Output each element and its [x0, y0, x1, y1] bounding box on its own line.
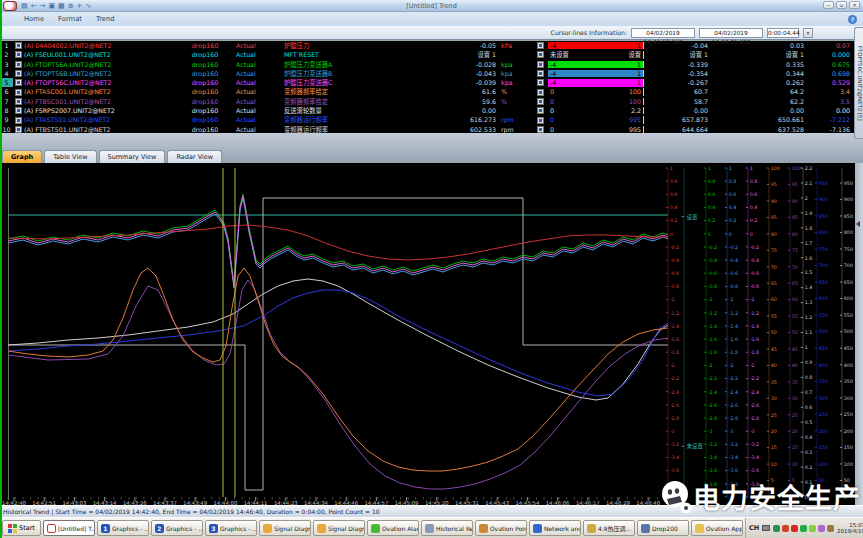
axis-tick-label-pressure-b: -0.6	[729, 271, 738, 276]
axis-tick-label-pressure-c: -0.4	[750, 258, 759, 263]
taskbar-item[interactable]: Signal Diagra...	[313, 520, 365, 536]
minimize-button[interactable]: –	[823, 1, 834, 9]
tray-icon[interactable]	[809, 525, 816, 532]
taskbar-item[interactable]: Historical Re...	[421, 520, 473, 536]
language-indicator[interactable]: CH	[749, 524, 759, 532]
axis-tick-label-freq-set-b: 20	[792, 429, 798, 434]
axis-tick-label-furnace-pressure: -1.4	[670, 324, 679, 329]
point-row[interactable]: 9(A) FTAST501.UNIT2@NET2drop160Actual变频器…	[0, 115, 863, 124]
help-icon[interactable]: ?	[848, 15, 857, 24]
scale-bar: 未设置设置	[548, 51, 644, 58]
taskbar-item[interactable]: 1Graphics - ...	[97, 520, 149, 536]
menu-trend[interactable]: Trend	[96, 15, 115, 23]
row-trend-checkbox[interactable]	[13, 69, 24, 78]
tab-summary-view[interactable]: Summary View	[99, 150, 166, 163]
cursor-close-button[interactable]: ×	[803, 28, 813, 38]
maximize-button[interactable]: ▫	[836, 1, 847, 9]
row-scale-checkbox[interactable]	[532, 41, 548, 50]
tray-icon[interactable]	[782, 525, 789, 532]
axis-tick-label-pressure-c: -0.6	[750, 271, 759, 276]
row-scale-checkbox[interactable]	[532, 60, 548, 69]
axis-tick-label-pressure-c: -0.8	[750, 284, 759, 289]
taskbar-item[interactable]: 2Graphics - ...	[151, 520, 203, 536]
axis-tick-label-freq-set-b: 25	[792, 413, 798, 418]
cursor2-time-field[interactable]: 04/02/2019 14:44:01.600	[699, 28, 763, 38]
series-freq-set-b	[8, 280, 668, 489]
axis-tick-label-furnace-pressure: -0.4	[670, 258, 679, 263]
mini-trend-icon	[537, 42, 544, 49]
taskbar-item[interactable]: [Untitled] T...	[43, 520, 95, 536]
taskbar-item[interactable]: Ovation Alar...	[367, 520, 419, 536]
tab-graph[interactable]: Graph	[2, 150, 42, 163]
row-trend-checkbox[interactable]	[13, 78, 24, 87]
row-scale-checkbox[interactable]	[532, 69, 548, 78]
cursor-diff-value: 0.698	[804, 69, 860, 78]
tray-icon[interactable]	[800, 525, 807, 532]
row-trend-checkbox[interactable]	[13, 97, 24, 106]
point-row[interactable]: 6(A) FTASC001.UNIT2@NET2drop160Actual变频器…	[0, 87, 863, 96]
taskbar-item[interactable]: Ovation App...	[691, 520, 743, 536]
scale-min: 0	[550, 107, 554, 114]
taskbar: Start [Untitled] T...1Graphics - ...2Gra…	[0, 517, 863, 538]
row-scale-checkbox[interactable]	[532, 78, 548, 87]
cursor-delta-field[interactable]: 0:00:04.44	[767, 28, 799, 38]
row-trend-checkbox[interactable]	[13, 106, 24, 115]
scale-max: 100	[629, 98, 641, 105]
axis-tick-label-freq-set-b: 60	[792, 297, 798, 302]
chart-right-splitter[interactable]	[855, 163, 863, 505]
point-row[interactable]: 3(A) FTOPT56A.UNIT2@NET2drop160Actual炉膛压…	[0, 60, 863, 69]
row-trend-checkbox[interactable]	[13, 41, 24, 50]
row-scale-checkbox[interactable]	[532, 87, 548, 96]
row-scale-checkbox[interactable]	[532, 50, 548, 59]
row-scale-checkbox[interactable]	[532, 97, 548, 106]
tab-table-view[interactable]: Table View	[44, 150, 96, 163]
menu-bar: Home Format Trend ?	[0, 12, 863, 26]
start-button[interactable]: Start	[2, 520, 41, 536]
taskbar-item[interactable]: 3Graphics - ...	[205, 520, 257, 536]
axis-tick-label-pressure-b: -2	[729, 363, 734, 368]
point-row[interactable]: 2(A) FSEUL001.UNIT2@NET2drop160ActualMFT…	[0, 50, 863, 59]
axis-tick-label-freq-set-b: 35	[792, 380, 798, 385]
menu-format[interactable]: Format	[58, 15, 82, 23]
row-trend-checkbox[interactable]	[13, 87, 24, 96]
taskbar-item[interactable]: Ovation Poin...	[475, 520, 527, 536]
tray-icon[interactable]	[827, 525, 834, 532]
point-row[interactable]: 8(A) FSRPS2007.UNIT2@NET2drop160Actual反送…	[0, 106, 863, 115]
scale-bar: -41	[548, 79, 644, 86]
axis-tick-label-counter: 1.2	[805, 315, 813, 320]
point-side-tab[interactable]: FTOPT56C.UNIT2@NET2 [5]	[854, 27, 863, 139]
axis-tick-label-pressure-a: -0.6	[708, 271, 717, 276]
scale-max: 2.2	[631, 107, 641, 114]
taskbar-item[interactable]: Network and...	[529, 520, 581, 536]
cursor1-time-field[interactable]: 04/02/2019 14:43:57.160	[631, 28, 695, 38]
point-mode: Actual	[236, 60, 284, 69]
axis-tick-label-pressure-c: -2.2	[750, 376, 759, 381]
row-trend-checkbox[interactable]	[13, 115, 24, 124]
row-scale-checkbox[interactable]	[532, 106, 548, 115]
axis-tick-label-pressure-c: -0.2	[750, 245, 759, 250]
row-trend-checkbox[interactable]	[13, 60, 24, 69]
axis-label-mft-reset-off: 未设置	[687, 442, 704, 450]
taskbar-item[interactable]: Signal Diagra...	[259, 520, 311, 536]
close-button[interactable]: ×	[849, 1, 860, 9]
cursor1-value: 0.00	[644, 106, 708, 115]
taskbar-item[interactable]: 4.9热压调...	[583, 520, 635, 536]
trend-chart[interactable]: 14:42:4014:42:5114:43:0314:43:1414:43:26…	[0, 163, 863, 505]
tray-icon[interactable]	[773, 525, 780, 532]
scale-max: 设置	[628, 51, 641, 58]
cursor1-value: 60.7	[644, 87, 708, 96]
tray-icon[interactable]	[818, 525, 825, 532]
printer-icon[interactable]	[762, 525, 770, 531]
axis-tick-label-pressure-b: -3.4	[729, 455, 738, 460]
menu-home[interactable]: Home	[24, 15, 44, 23]
scale-min: -4	[550, 70, 556, 77]
taskbar-item[interactable]: Drop200	[637, 520, 689, 536]
axis-tick-label-counter: 1.1	[805, 330, 813, 335]
point-row[interactable]: 7(A) FTBSC001.UNIT2@NET2drop160Actual变频器…	[0, 97, 863, 106]
row-trend-checkbox[interactable]	[13, 50, 24, 59]
point-row[interactable]: 5(A) FTOPT56C.UNIT2@NET2drop160Actual炉膛压…	[0, 78, 863, 87]
tray-icon[interactable]	[791, 525, 798, 532]
point-row[interactable]: 4(A) FTOPT56B.UNIT2@NET2drop160Actual炉膛压…	[0, 69, 863, 78]
tab-radar-view[interactable]: Radar View	[167, 150, 222, 163]
row-scale-checkbox[interactable]	[532, 115, 548, 124]
